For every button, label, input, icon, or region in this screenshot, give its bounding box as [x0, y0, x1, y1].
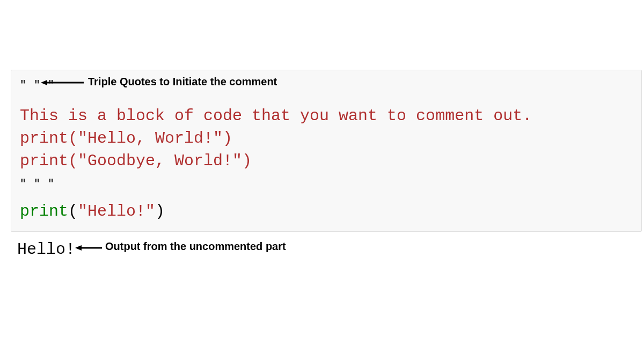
triple-quote-close: " " ": [20, 177, 633, 192]
comment-line-1: This is a block of code that you want to…: [20, 105, 633, 127]
comment-line-3: print("Goodbye, World!"): [20, 150, 633, 172]
annotation-top: Triple Quotes to Initiate the comment: [88, 76, 277, 88]
annotation-bottom: Output from the uncommented part: [105, 240, 286, 253]
svg-marker-1: [41, 80, 47, 85]
arrow-left-icon: [75, 245, 102, 251]
code-block: " " " This is a block of code that you w…: [11, 70, 642, 232]
arrow-left-icon: [41, 79, 84, 86]
paren-close: ): [155, 202, 165, 221]
output-text: Hello!: [17, 240, 75, 259]
svg-marker-3: [75, 245, 82, 251]
print-function-name: print: [20, 202, 68, 221]
print-argument: "Hello!": [78, 202, 155, 221]
paren-open: (: [68, 202, 78, 221]
comment-line-2: print("Hello, World!"): [20, 127, 633, 150]
active-code-line: print("Hello!"): [20, 200, 633, 223]
